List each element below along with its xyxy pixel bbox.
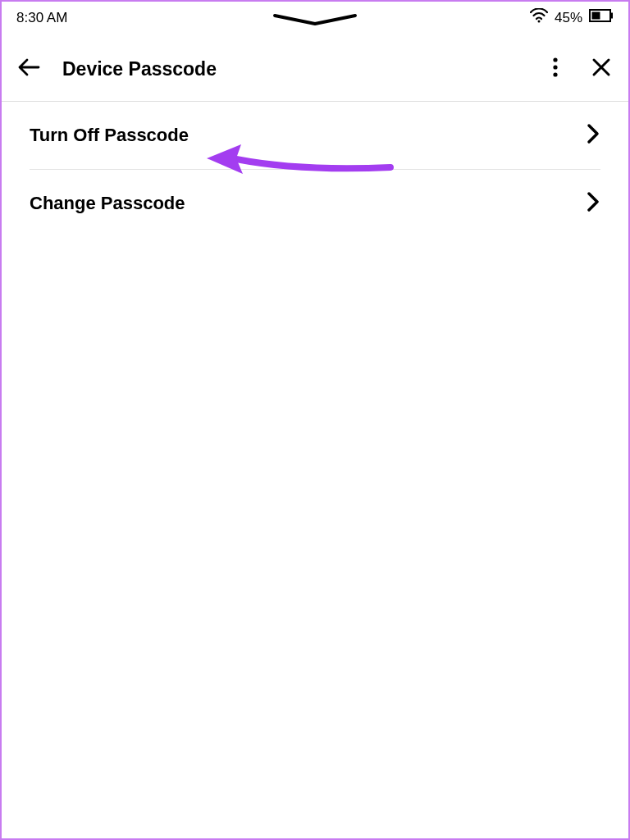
more-button[interactable] bbox=[543, 57, 568, 81]
header-actions bbox=[543, 57, 614, 81]
turn-off-passcode-item[interactable]: Turn Off Passcode bbox=[30, 102, 600, 169]
svg-rect-3 bbox=[610, 13, 613, 19]
svg-rect-2 bbox=[592, 12, 600, 20]
svg-point-4 bbox=[553, 57, 557, 62]
svg-point-0 bbox=[537, 21, 540, 23]
settings-list: Turn Off Passcode Change Passcode bbox=[2, 102, 628, 237]
list-item-label: Change Passcode bbox=[30, 193, 185, 214]
battery-percentage: 45% bbox=[555, 10, 582, 26]
arrow-left-icon bbox=[17, 57, 40, 80]
list-item-label: Turn Off Passcode bbox=[30, 125, 189, 146]
wifi-icon bbox=[530, 8, 548, 27]
change-passcode-item[interactable]: Change Passcode bbox=[30, 169, 600, 237]
status-time: 8:30 AM bbox=[16, 10, 67, 26]
page-title: Device Passcode bbox=[62, 58, 543, 80]
chevron-right-icon bbox=[586, 123, 600, 148]
status-indicators: 45% bbox=[530, 8, 614, 27]
drag-handle-icon[interactable] bbox=[270, 13, 360, 31]
close-button[interactable] bbox=[589, 57, 614, 81]
battery-icon bbox=[589, 9, 614, 26]
page-header: Device Passcode bbox=[2, 40, 628, 102]
more-vertical-icon bbox=[552, 57, 559, 81]
close-icon bbox=[591, 57, 611, 80]
svg-point-6 bbox=[553, 72, 557, 76]
chevron-right-icon bbox=[586, 191, 600, 216]
svg-point-5 bbox=[553, 65, 557, 69]
back-button[interactable] bbox=[16, 57, 41, 81]
